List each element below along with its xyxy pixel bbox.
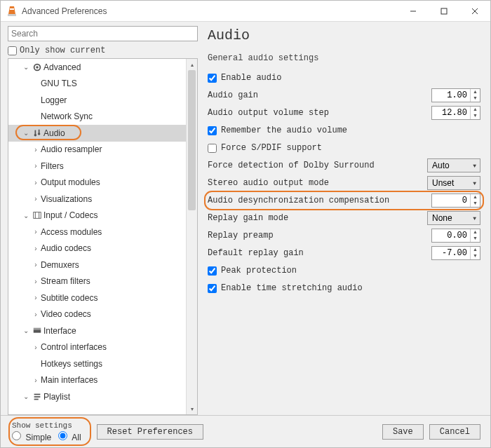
tree-node-interface[interactable]: ⌄ Interface [8,323,186,339]
tree-node-input-codecs[interactable]: ⌄ Input / Codecs [8,208,186,224]
spin-up-icon[interactable]: ▲ [471,89,480,95]
tree-node-advanced[interactable]: ⌄ Advanced [8,59,186,76]
default-gain-row: Default replay gain -7.00▲▼ [208,245,480,261]
chevron-right-icon: › [31,195,41,203]
playlist-icon [31,392,43,402]
only-show-current-label: Only show current [20,46,105,55]
dolby-select[interactable]: Auto [427,158,480,172]
scroll-down-icon[interactable]: ▾ [187,403,197,414]
svg-point-8 [34,134,37,137]
all-radio[interactable] [58,431,67,440]
tree-node-networksync[interactable]: Network Sync [8,109,186,125]
tree-node-stream-filters[interactable]: ›Stream filters [8,273,186,290]
search-input[interactable] [8,26,198,41]
volume-step-row: Audio output volume step 12.80▲▼ [208,105,480,121]
tree-node-resampler[interactable]: ›Audio resampler [8,142,186,158]
timestretch-checkbox[interactable] [208,284,217,293]
default-gain-spinner[interactable]: -7.00▲▼ [431,246,480,260]
tree-node-subtitle-codecs[interactable]: ›Subtitle codecs [8,290,186,306]
spin-down-icon[interactable]: ▼ [471,113,480,119]
simple-radio[interactable] [12,431,21,440]
spdif-row: Force S/PDIF support [208,140,480,156]
window: Advanced Preferences Only show current ⌄… [0,0,491,448]
show-settings-label: Show settings [12,421,86,430]
scroll-up-icon[interactable]: ▴ [187,59,197,70]
svg-rect-14 [34,327,41,330]
chevron-right-icon: › [31,261,41,269]
spin-up-icon[interactable]: ▲ [471,107,480,113]
chevron-right-icon: › [31,376,41,384]
spin-up-icon[interactable]: ▲ [471,194,480,201]
remember-volume-checkbox[interactable] [208,126,217,135]
tree-node-filters[interactable]: ›Filters [8,158,186,175]
chevron-right-icon: › [31,162,41,170]
tree-node-visualizations[interactable]: ›Visualizations [8,191,186,208]
gear-icon [31,62,43,72]
tree-node-hotkeys[interactable]: Hotkeys settings [8,355,186,372]
spin-down-icon[interactable]: ▼ [471,253,480,259]
chevron-right-icon: › [31,294,41,301]
codecs-icon [31,210,43,220]
tree-node-output-modules[interactable]: ›Output modules [8,175,186,191]
peak-row: Peak protection [208,263,480,278]
tree-node-audio[interactable]: ⌄ Audio [8,125,186,142]
right-panel: Audio General audio settings Enable audi… [201,22,490,415]
maximize-button[interactable] [429,1,459,22]
svg-point-7 [36,66,39,69]
chevron-right-icon: › [31,146,41,154]
svg-rect-3 [441,8,447,14]
page-heading: Audio [208,27,480,43]
titlebar: Advanced Preferences [1,1,490,22]
volume-step-spinner[interactable]: 12.80▲▼ [431,106,480,120]
svg-rect-0 [8,14,16,16]
chevron-right-icon: › [31,344,41,351]
chevron-right-icon: › [31,228,41,236]
chevron-down-icon: ⌄ [21,327,31,334]
only-show-current-checkbox[interactable] [8,46,17,55]
chevron-right-icon: › [31,311,41,318]
desync-spinner[interactable]: 0▲▼ [431,194,480,208]
spdif-checkbox[interactable] [208,144,217,153]
remember-volume-row: Remember the audio volume [208,123,480,138]
enable-audio-checkbox[interactable] [208,74,217,83]
chevron-down-icon: ⌄ [21,129,31,137]
body: Only show current ⌄ Advanced GNU TLS Log… [1,22,490,415]
chevron-down-icon: ⌄ [21,393,31,400]
svg-rect-1 [10,8,14,10]
spin-up-icon[interactable]: ▲ [471,247,480,253]
all-radio-label[interactable]: All [58,434,81,442]
minimize-button[interactable] [398,1,429,22]
replay-mode-select[interactable]: None [427,211,480,225]
audio-gain-spinner[interactable]: 1.00▲▼ [431,88,480,102]
spin-down-icon[interactable]: ▼ [471,95,480,102]
stereo-row: Stereo audio output mode Unset [208,175,480,191]
close-button[interactable] [459,1,490,22]
spin-down-icon[interactable]: ▼ [471,201,480,207]
spin-up-icon[interactable]: ▲ [471,229,480,236]
audio-gain-row: Audio gain 1.00▲▼ [208,88,480,103]
tree-node-video-codecs[interactable]: ›Video codecs [8,306,186,323]
save-button[interactable]: Save [382,424,424,440]
app-icon [6,6,18,17]
tree-node-logger[interactable]: Logger [8,92,186,109]
tree-node-gnutls[interactable]: GNU TLS [8,76,186,93]
timestretch-row: Enable time stretching audio [208,280,480,296]
tree-node-playlist[interactable]: ⌄ Playlist [8,388,186,405]
tree: ⌄ Advanced GNU TLS Logger Network Sync ⌄… [8,59,186,414]
stereo-select[interactable]: Unset [427,176,480,190]
tree-scrollbar[interactable]: ▴ ▾ [186,59,197,414]
tree-node-control-interfaces[interactable]: ›Control interfaces [8,339,186,356]
scroll-thumb[interactable] [188,70,196,210]
cancel-button[interactable]: Cancel [429,424,480,440]
peak-checkbox[interactable] [208,266,217,276]
left-panel: Only show current ⌄ Advanced GNU TLS Log… [1,22,201,415]
tree-node-access-modules[interactable]: ›Access modules [8,224,186,240]
replay-preamp-spinner[interactable]: 0.00▲▼ [431,229,480,243]
reset-button[interactable]: Reset Preferences [97,424,203,440]
desync-row: Audio desynchronization compensation 0▲▼ [208,193,480,208]
simple-radio-label[interactable]: Simple [12,434,51,442]
tree-node-demuxers[interactable]: ›Demuxers [8,257,186,273]
tree-node-main-interfaces[interactable]: ›Main interfaces [8,372,186,389]
tree-node-audio-codecs[interactable]: ›Audio codecs [8,240,186,257]
spin-down-icon[interactable]: ▼ [471,236,480,242]
